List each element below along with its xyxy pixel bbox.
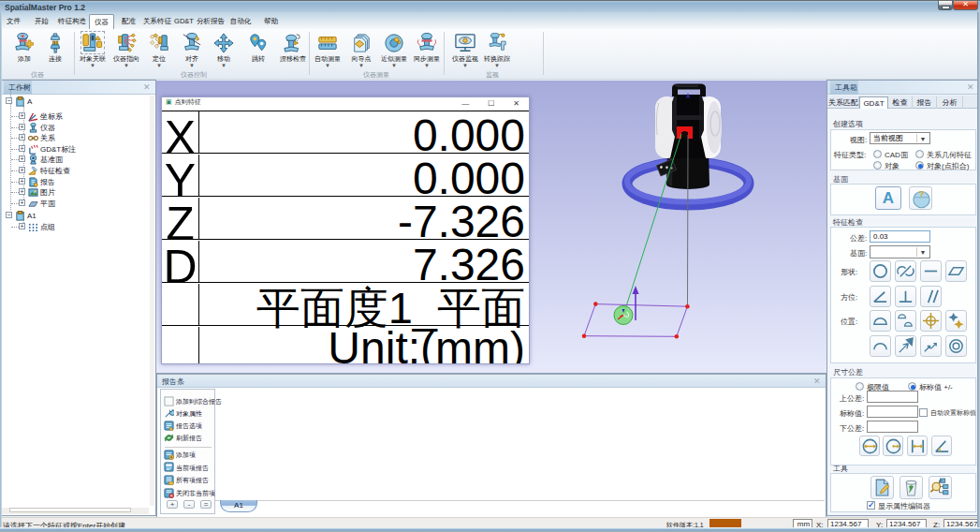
svg-text:?: ? (919, 189, 925, 199)
